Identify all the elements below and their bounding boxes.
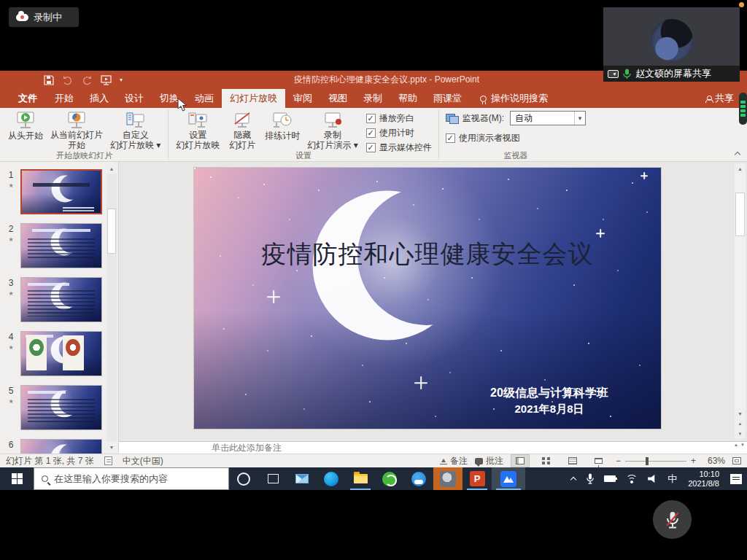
slide-scrollbar[interactable]: ▲ ▼ ▲ ▼ bbox=[735, 163, 746, 439]
scroll-down-icon[interactable]: ▼ bbox=[735, 408, 746, 419]
flashing-app-button[interactable] bbox=[433, 467, 462, 490]
hide-slide-button[interactable]: 隐藏 幻灯片 bbox=[223, 109, 261, 150]
record-slideshow-icon bbox=[322, 111, 343, 129]
comments-button[interactable]: 批注 bbox=[475, 455, 503, 467]
file-explorer-button[interactable] bbox=[346, 467, 375, 490]
show-hidden-icons-button[interactable] bbox=[565, 467, 581, 490]
slide-title[interactable]: 疫情防控和心理健康安全会议 bbox=[194, 238, 661, 271]
notes-scroll-arrows[interactable]: ▲ ▼ bbox=[734, 443, 745, 447]
tray-microphone-button[interactable] bbox=[581, 467, 599, 490]
tab-design[interactable]: 设计 bbox=[117, 89, 152, 108]
thumbnail-image[interactable] bbox=[20, 169, 102, 214]
accessibility-check-icon[interactable] bbox=[104, 456, 112, 465]
checkbox-checked-icon: ✓ bbox=[446, 133, 455, 143]
zoom-slider[interactable] bbox=[625, 461, 686, 462]
mouse-cursor bbox=[177, 98, 187, 112]
slide-subtitle[interactable]: 20级信息与计算科学班 2021年8月8日 bbox=[458, 385, 640, 417]
action-center-button[interactable] bbox=[725, 467, 747, 490]
tab-home[interactable]: 开始 bbox=[47, 89, 82, 108]
share-button[interactable]: 共享 bbox=[705, 89, 734, 108]
zoom-in-button[interactable]: + bbox=[691, 456, 696, 466]
tab-animations[interactable]: 动画 bbox=[187, 89, 222, 108]
tencent-meeting-button[interactable] bbox=[492, 467, 525, 490]
language-indicator[interactable]: 中文(中国) bbox=[123, 455, 163, 467]
edge-browser-button[interactable] bbox=[317, 467, 346, 490]
tab-help[interactable]: 帮助 bbox=[390, 89, 425, 108]
taskbar-search-input[interactable] bbox=[54, 473, 214, 484]
collapse-ribbon-chevron-icon[interactable] bbox=[735, 151, 740, 157]
custom-slideshow-button[interactable]: 自定义 幻灯片放映 ▾ bbox=[107, 109, 164, 150]
slide-thumbnail-2[interactable]: 2★ bbox=[4, 223, 102, 268]
thumbnail-image[interactable] bbox=[20, 331, 102, 376]
scroll-up-icon[interactable]: ▲ bbox=[107, 163, 117, 174]
scroll-up-icon[interactable]: ▲ bbox=[734, 443, 738, 447]
notes-pane[interactable]: 单击此处添加备注 ▲ ▼ bbox=[119, 441, 747, 454]
thumbnail-image[interactable] bbox=[20, 439, 102, 454]
zoom-out-button[interactable]: − bbox=[616, 456, 621, 466]
slide-thumbnail-4[interactable]: 4★ bbox=[4, 331, 102, 376]
slideshow-from-start-icon[interactable] bbox=[101, 75, 111, 85]
use-presenter-view-checkbox[interactable]: ✓ 使用演示者视图 bbox=[446, 132, 586, 144]
previous-slide-icon[interactable]: ▲ bbox=[735, 419, 746, 429]
taskbar-search-box[interactable] bbox=[34, 467, 229, 490]
tab-review[interactable]: 审阅 bbox=[285, 89, 320, 108]
tab-insert[interactable]: 插入 bbox=[82, 89, 117, 108]
from-beginning-button[interactable]: 从头开始 bbox=[4, 109, 47, 150]
taskbar-clock[interactable]: 10:10 2021/8/8 bbox=[682, 470, 725, 489]
scrollbar-thumb[interactable] bbox=[107, 209, 116, 254]
tell-me-search[interactable]: 操作说明搜索 bbox=[480, 89, 548, 108]
scroll-up-icon[interactable]: ▲ bbox=[735, 163, 746, 174]
thumbnail-image[interactable] bbox=[20, 385, 102, 430]
wifi-indicator[interactable] bbox=[621, 467, 643, 490]
slide-thumbnail-6[interactable]: 6★ bbox=[4, 439, 102, 454]
battery-indicator[interactable] bbox=[599, 467, 621, 490]
meeting-mic-muted-button[interactable] bbox=[653, 500, 692, 539]
powerpoint-app-button[interactable]: P bbox=[462, 467, 492, 490]
qq-browser-button[interactable] bbox=[404, 467, 433, 490]
mail-app-button[interactable] bbox=[287, 467, 317, 490]
play-narrations-checkbox[interactable]: ✓ 播放旁白 bbox=[366, 112, 432, 125]
setup-slideshow-button[interactable]: 设置 幻灯片放映 bbox=[172, 109, 223, 150]
notes-placeholder[interactable]: 单击此处添加备注 bbox=[212, 442, 282, 454]
save-icon[interactable] bbox=[44, 75, 54, 85]
slide-thumbnail-5[interactable]: 5★ bbox=[4, 385, 102, 430]
from-current-slide-button[interactable]: 从当前幻灯片 开始 bbox=[47, 109, 107, 150]
zoom-percentage[interactable]: 63% bbox=[703, 456, 725, 466]
slide-thumbnail-1[interactable]: 1★ bbox=[4, 169, 102, 214]
tab-slideshow[interactable]: 幻灯片放映 bbox=[222, 89, 285, 108]
slide-sorter-view-button[interactable] bbox=[537, 454, 556, 467]
use-timings-checkbox[interactable]: ✓ 使用计时 bbox=[366, 127, 432, 139]
scrollbar-thumb[interactable] bbox=[735, 192, 745, 236]
tab-record[interactable]: 录制 bbox=[355, 89, 390, 108]
normal-view-button[interactable] bbox=[511, 454, 530, 467]
ime-indicator[interactable]: 中 bbox=[662, 467, 682, 490]
scroll-down-icon[interactable]: ▼ bbox=[740, 443, 745, 447]
browser-360-button[interactable] bbox=[375, 467, 404, 490]
scroll-down-icon[interactable]: ▼ bbox=[107, 442, 117, 452]
tab-view[interactable]: 视图 bbox=[320, 89, 355, 108]
task-view-button[interactable] bbox=[258, 467, 287, 490]
tab-rain-classroom[interactable]: 雨课堂 bbox=[425, 89, 470, 108]
next-slide-icon[interactable]: ▼ bbox=[735, 429, 746, 439]
participant-video-thumbnail[interactable]: 赵文硕的屏幕共享 bbox=[603, 7, 740, 82]
slide-thumbnail-3[interactable]: 3★ bbox=[4, 277, 102, 322]
tab-file[interactable]: 文件 bbox=[9, 89, 47, 108]
thumbnail-image[interactable] bbox=[20, 223, 102, 268]
start-button[interactable] bbox=[0, 467, 34, 490]
slideshow-view-button[interactable] bbox=[589, 454, 608, 467]
redo-icon[interactable] bbox=[82, 75, 92, 85]
slide-canvas[interactable]: 疫情防控和心理健康安全会议 20级信息与计算科学班 2021年8月8日 bbox=[194, 168, 661, 429]
customize-qat-caret-icon[interactable]: ▾ bbox=[120, 75, 130, 85]
fit-slide-to-window-icon[interactable] bbox=[732, 457, 741, 464]
monitor-dropdown[interactable]: 自动 ▾ bbox=[510, 111, 586, 125]
cortana-button[interactable] bbox=[229, 467, 258, 490]
zoom-slider-thumb[interactable] bbox=[646, 457, 649, 465]
notes-button[interactable]: 备注 bbox=[440, 455, 468, 467]
rehearse-timings-button[interactable]: 排练计时 bbox=[261, 109, 303, 150]
volume-indicator[interactable] bbox=[643, 467, 662, 490]
undo-icon[interactable] bbox=[63, 75, 73, 85]
thumbnail-image[interactable] bbox=[20, 277, 102, 322]
record-slideshow-button[interactable]: 录制 幻灯片演示 ▾ bbox=[303, 109, 361, 150]
thumbnail-scrollbar[interactable]: ▲ ▼ bbox=[107, 163, 117, 452]
reading-view-button[interactable] bbox=[563, 454, 582, 467]
